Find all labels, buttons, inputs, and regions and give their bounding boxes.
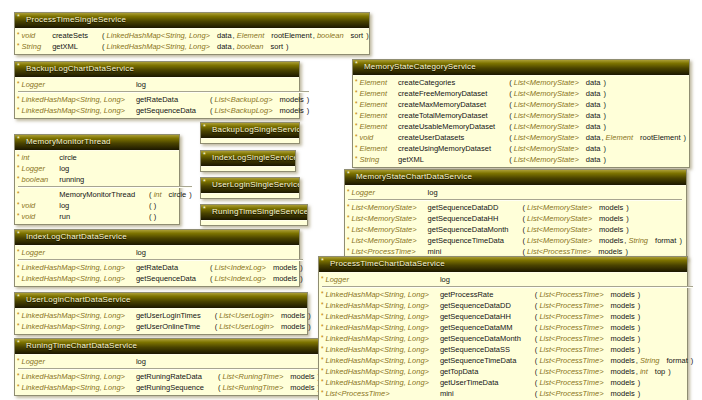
class-header[interactable]: *ProcessTimeSingleService bbox=[15, 13, 369, 29]
member-type: Logger bbox=[350, 187, 426, 198]
param-name: models bbox=[281, 311, 305, 320]
param-name: data bbox=[586, 155, 601, 164]
method-row: *LinkedHashMap<String, Long>getProcessRa… bbox=[320, 289, 695, 300]
field-row: *intcircle bbox=[16, 152, 194, 163]
param-name: models bbox=[611, 334, 635, 343]
member-type: LinkedHashMap<String, Long> bbox=[324, 311, 438, 322]
method-row: *voidcreateUserDatasets( List<MemoryStat… bbox=[354, 132, 688, 143]
visibility-icon: * bbox=[16, 152, 20, 163]
field-row: *Loggerlog bbox=[16, 163, 194, 174]
class-stereotype-icon: * bbox=[17, 62, 20, 71]
class-header[interactable]: *MemoryStateCategoryService bbox=[353, 60, 689, 76]
class-title: MemoryStateCategoryService bbox=[364, 62, 476, 71]
method-row: *List<ProcessTime>mini( List<ProcessTime… bbox=[320, 388, 695, 399]
param-type: List<MemoryState> bbox=[514, 144, 579, 153]
class-header[interactable]: *BackupLogSingleService bbox=[201, 123, 299, 139]
method-row: *LinkedHashMap<String, Long>getSequenceD… bbox=[320, 322, 695, 333]
method-row: *LinkedHashMap<String, Long>getUserTimeD… bbox=[320, 377, 695, 388]
class-header[interactable]: *BackupLogChartDataService bbox=[15, 62, 299, 78]
class-body: *ElementcreateCategories( List<MemorySta… bbox=[353, 76, 689, 167]
member-params: ( List<RuningTime>models ) bbox=[216, 382, 322, 393]
member-name: getSequenceDataSS bbox=[438, 344, 533, 355]
param-name: rootElement bbox=[271, 31, 311, 40]
class-header[interactable]: *ProcessTimeChartDataService bbox=[319, 257, 687, 273]
param-type: List<BackupLog> bbox=[215, 95, 273, 104]
method-row: *List<MemoryState>getSequenceDataDD( Lis… bbox=[346, 202, 684, 213]
class-header[interactable]: *RuningTimeSingleService bbox=[201, 205, 307, 221]
class-stereotype-icon: * bbox=[17, 293, 20, 302]
class-body bbox=[201, 167, 295, 171]
param-type: List<ProcessTime> bbox=[539, 290, 603, 299]
param-type: List<ProcessTime> bbox=[539, 301, 603, 310]
class-header[interactable]: *UserLoginSingleService bbox=[201, 178, 299, 194]
class-body: *Loggerlog*LinkedHashMap<String, Long>ge… bbox=[319, 273, 687, 400]
method-row: *LinkedHashMap<String, Long>getRateData(… bbox=[16, 262, 305, 273]
visibility-icon: * bbox=[354, 154, 358, 165]
member-params: ( List<MemoryState>data ) bbox=[507, 110, 688, 121]
class-header[interactable]: *MemoryStateChartDataService bbox=[345, 170, 686, 186]
class-box-UserLoginChartDataService: *UserLoginChartDataService*LinkedHashMap… bbox=[14, 292, 308, 335]
param-type: boolean bbox=[317, 31, 344, 40]
member-type: Logger bbox=[20, 79, 134, 90]
class-title: UserLoginSingleService bbox=[212, 180, 299, 189]
member-params bbox=[147, 174, 194, 185]
param-type: List<MemoryState> bbox=[514, 111, 579, 120]
class-box-MemoryMonitorThread: *MemoryMonitorThread*intcircle*Loggerlog… bbox=[14, 134, 180, 225]
param-type: List<UserLogin> bbox=[219, 311, 274, 320]
class-header[interactable]: *RuningTimeChartDataService bbox=[15, 339, 319, 355]
param-name: models bbox=[611, 312, 635, 321]
visibility-icon: * bbox=[320, 311, 324, 322]
method-row: *LinkedHashMap<String, Long>getRuningSeq… bbox=[16, 382, 322, 393]
class-title: RuningTimeChartDataService bbox=[26, 341, 137, 350]
param-type: List<ProcessTime> bbox=[539, 356, 603, 365]
section-divider bbox=[18, 368, 320, 370]
visibility-icon: * bbox=[16, 310, 20, 321]
param-name: models bbox=[273, 274, 297, 283]
visibility-icon: * bbox=[346, 224, 350, 235]
class-title: IndexLogSingleService bbox=[212, 153, 295, 162]
member-type: Element bbox=[358, 110, 397, 121]
member-params: ( List<ProcessTime>models ) bbox=[533, 322, 696, 333]
class-header[interactable]: *MemoryMonitorThread bbox=[15, 135, 179, 151]
method-row: *List<MemoryState>getSequenceDataMonth( … bbox=[346, 224, 684, 235]
method-row: *MemoryMonitorThread( intcircle ) bbox=[16, 189, 194, 200]
method-row: *LinkedHashMap<String, Long>getUserLogin… bbox=[16, 310, 313, 321]
method-row: *LinkedHashMap<String, Long>getTopData( … bbox=[320, 366, 695, 377]
param-type: List<ProcessTime> bbox=[539, 389, 603, 398]
member-name: createCategories bbox=[396, 77, 507, 88]
param-name: models bbox=[611, 389, 635, 398]
class-header[interactable]: *UserLoginChartDataService bbox=[15, 293, 307, 309]
class-title: UserLoginChartDataService bbox=[26, 295, 131, 304]
member-params: ( List<MemoryState>models, Stringformat … bbox=[520, 235, 683, 246]
visibility-icon: * bbox=[354, 110, 358, 121]
member-name: log bbox=[438, 274, 533, 285]
member-name: log bbox=[134, 79, 208, 90]
field-row: *Loggerlog bbox=[346, 187, 684, 198]
param-name: models bbox=[280, 106, 304, 115]
param-type: List<ProcessTime> bbox=[539, 323, 603, 332]
member-type: LinkedHashMap<String, Long> bbox=[20, 262, 134, 273]
section-divider bbox=[18, 186, 192, 188]
member-params: ( ) bbox=[147, 211, 194, 222]
member-type: Element bbox=[358, 99, 397, 110]
class-header[interactable]: *IndexLogSingleService bbox=[201, 151, 295, 167]
param-name: data bbox=[586, 89, 601, 98]
class-header[interactable]: *IndexLogChartDataService bbox=[15, 230, 299, 246]
param-name: models bbox=[611, 301, 635, 310]
section-divider bbox=[348, 199, 682, 201]
member-params: ( List<RuningTime>models ) bbox=[216, 371, 322, 382]
class-body bbox=[201, 194, 299, 198]
member-type: Logger bbox=[20, 163, 58, 174]
member-type: void bbox=[20, 211, 58, 222]
visibility-icon: * bbox=[320, 333, 324, 344]
field-row: *Loggerlog bbox=[16, 79, 311, 90]
param-type: List<MemoryState> bbox=[514, 133, 579, 142]
class-stereotype-icon: * bbox=[17, 13, 20, 22]
param-type: List<MemoryState> bbox=[527, 214, 592, 223]
param-type: List<ProcessTime> bbox=[539, 345, 603, 354]
class-box-MemoryStateChartDataService: *MemoryStateChartDataService*Loggerlog*L… bbox=[344, 169, 687, 260]
visibility-icon: * bbox=[320, 289, 324, 300]
member-name: getSequenceDataHH bbox=[426, 213, 521, 224]
class-box-UserLoginSingleService: *UserLoginSingleService bbox=[200, 177, 300, 199]
members-table: *voidcreateSets( LinkedHashMap<String, L… bbox=[16, 30, 371, 52]
